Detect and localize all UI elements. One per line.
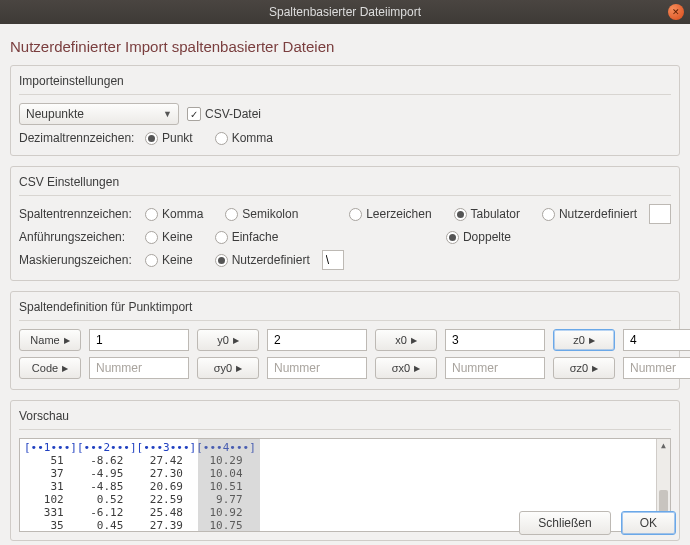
radio-icon [215,132,228,145]
col-btn-code[interactable]: Code▶ [19,357,81,379]
col-input-code[interactable] [89,357,189,379]
col-input-sz0[interactable] [623,357,690,379]
sep-label: Spaltentrennzeichen: [19,207,137,221]
csv-checkbox[interactable]: ✓ CSV-Datei [187,107,261,121]
decimal-label: Dezimaltrennzeichen: [19,131,137,145]
col-input-name[interactable] [89,329,189,351]
radio-decimal-punkt[interactable]: Punkt [145,131,193,145]
triangle-right-icon: ▶ [589,336,595,345]
col-input-sx0[interactable] [445,357,545,379]
csv-checkbox-label: CSV-Datei [205,107,261,121]
triangle-right-icon: ▶ [592,364,598,373]
col-btn-z0[interactable]: z0▶ [553,329,615,351]
esc-label: Maskierungszeichen: [19,253,137,267]
close-button[interactable]: Schließen [519,511,610,535]
close-icon[interactable]: ✕ [668,4,684,20]
triangle-right-icon: ▶ [236,364,242,373]
radio-quote-keine[interactable]: Keine [145,230,193,244]
radio-quote-doppelte[interactable]: Doppelte [446,230,511,244]
ok-button[interactable]: OK [621,511,676,535]
radio-esc-keine[interactable]: Keine [145,253,193,267]
page-title: Nutzerdefinierter Import spaltenbasierte… [10,34,680,65]
radio-decimal-komma[interactable]: Komma [215,131,273,145]
col-btn-x0[interactable]: x0▶ [375,329,437,351]
chevron-down-icon: ▼ [163,109,172,119]
triangle-right-icon: ▶ [62,364,68,373]
col-btn-sy0[interactable]: σy0▶ [197,357,259,379]
radio-sep-semikolon[interactable]: Semikolon [225,207,298,221]
col-input-x0[interactable] [445,329,545,351]
col-input-y0[interactable] [267,329,367,351]
scroll-up-icon: ▲ [657,439,670,451]
group-import-title: Importeinstellungen [19,74,671,95]
esc-custom-input[interactable] [322,250,344,270]
radio-icon [145,132,158,145]
group-cols: Spaltendefinition für Punktimport Name▶y… [10,291,680,390]
quote-label: Anführungszeichen: [19,230,137,244]
radio-esc-nutzer[interactable]: Nutzerdefiniert [215,253,310,267]
window-title: Spaltenbasierter Dateiimport [269,5,421,19]
radio-sep-nutzer[interactable]: Nutzerdefiniert [542,207,637,221]
import-type-dropdown[interactable]: Neupunkte ▼ [19,103,179,125]
radio-sep-leer[interactable]: Leerzeichen [349,207,431,221]
group-cols-title: Spaltendefinition für Punktimport [19,300,671,321]
triangle-right-icon: ▶ [233,336,239,345]
radio-sep-tab[interactable]: Tabulator [454,207,520,221]
col-input-sy0[interactable] [267,357,367,379]
radio-sep-komma[interactable]: Komma [145,207,203,221]
group-csv: CSV Einstellungen Spaltentrennzeichen: K… [10,166,680,281]
group-import: Importeinstellungen Neupunkte ▼ ✓ CSV-Da… [10,65,680,156]
col-btn-y0[interactable]: y0▶ [197,329,259,351]
check-icon: ✓ [187,107,201,121]
import-type-value: Neupunkte [26,107,84,121]
col-btn-sx0[interactable]: σx0▶ [375,357,437,379]
sep-custom-input[interactable] [649,204,671,224]
triangle-right-icon: ▶ [411,336,417,345]
col-input-z0[interactable] [623,329,690,351]
triangle-right-icon: ▶ [64,336,70,345]
col-btn-name[interactable]: Name▶ [19,329,81,351]
titlebar: Spaltenbasierter Dateiimport ✕ [0,0,690,24]
radio-quote-einfache[interactable]: Einfache [215,230,279,244]
group-csv-title: CSV Einstellungen [19,175,671,196]
col-btn-sz0[interactable]: σz0▶ [553,357,615,379]
group-preview-title: Vorschau [19,409,671,430]
triangle-right-icon: ▶ [414,364,420,373]
